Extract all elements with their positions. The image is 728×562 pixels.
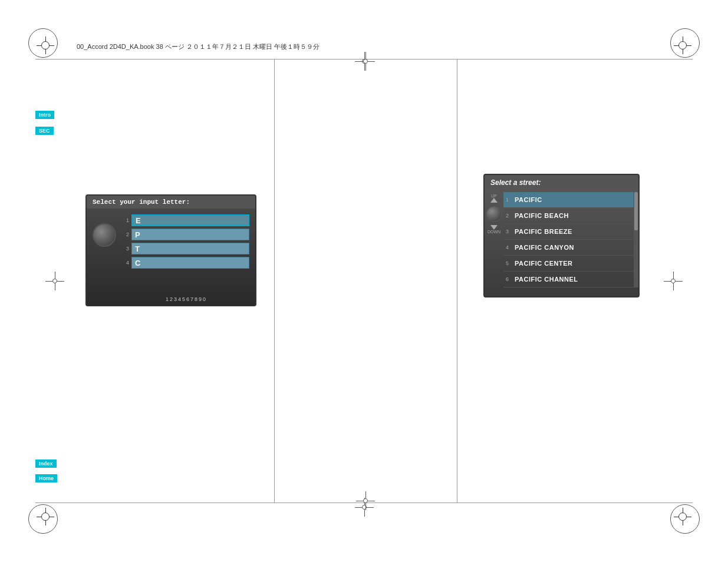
corner-crosshair-tl	[37, 37, 54, 54]
street-item-5[interactable]: 5 PACIFIC CENTER	[503, 256, 634, 272]
street-items-list: 1 PACIFIC 2 PACIFIC BEACH 3 PACIFIC BREE…	[503, 192, 634, 287]
input-knob[interactable]	[93, 223, 116, 247]
up-label: UP	[491, 194, 497, 198]
letter-row-3[interactable]: 3 T	[122, 243, 249, 254]
down-arrow-icon	[490, 225, 498, 230]
corner-crosshair-bl	[37, 508, 54, 525]
input-letter-screen: Select your input letter: 1 E 2 P 3	[85, 194, 256, 306]
corner-crosshair-tr	[674, 37, 691, 54]
tab-sec[interactable]: SEC	[35, 127, 54, 135]
up-button[interactable]: UP	[490, 194, 498, 203]
tab-home[interactable]: Home	[35, 474, 57, 482]
mid-bottom-cross-1	[361, 496, 370, 505]
street-item-1[interactable]: 1 PACIFIC	[503, 192, 634, 208]
letter-row-4[interactable]: 4 C	[122, 257, 249, 269]
street-item-3[interactable]: 3 PACIFIC BREEZE	[503, 224, 634, 240]
street-list-container: UP DOWN 1 PACIFIC 2 PACIFIC BEACH 3 PACI…	[485, 190, 638, 289]
street-item-2[interactable]: 2 PACIFIC BEACH	[503, 208, 634, 224]
mid-top-cross-2	[361, 57, 370, 66]
scrollbar-thumb	[634, 192, 638, 230]
corner-crosshair-br	[674, 508, 691, 525]
header-text: 00_Accord 2D4D_KA.book 38 ページ ２０１１年７月２１日…	[77, 42, 319, 51]
down-label: DOWN	[487, 230, 500, 234]
mid-right-cross	[668, 276, 678, 286]
letter-row-2[interactable]: 2 P	[122, 229, 249, 240]
tab-intro[interactable]: Intro	[35, 111, 54, 119]
letter-field-1[interactable]: E	[131, 214, 249, 226]
vertical-divider-right	[457, 59, 457, 503]
up-arrow-icon	[490, 198, 498, 203]
number-row: 1 2 3 4 5 6 7 8 9 0	[122, 296, 249, 302]
down-button[interactable]: DOWN	[487, 225, 500, 234]
vertical-divider-left	[274, 59, 275, 503]
letter-list: 1 E 2 P 3 T 4	[119, 211, 252, 274]
select-street-screen: Select a street: UP DOWN 1 PACIFIC 2 PAC…	[483, 174, 640, 297]
left-knob-area	[90, 211, 119, 274]
select-street-title: Select a street:	[485, 175, 638, 190]
letter-field-4[interactable]: C	[131, 257, 249, 269]
street-knob[interactable]	[486, 206, 502, 222]
street-controls: UP DOWN	[485, 192, 503, 287]
street-item-4[interactable]: 4 PACIFIC CANYON	[503, 240, 634, 256]
letter-field-3[interactable]: T	[131, 243, 249, 254]
input-letter-title: Select your input letter:	[87, 196, 255, 209]
letter-row-1[interactable]: 1 E	[122, 214, 249, 226]
street-item-6[interactable]: 6 PACIFIC CHANNEL	[503, 272, 634, 287]
letter-field-2[interactable]: P	[131, 229, 249, 240]
street-scrollbar[interactable]	[634, 192, 638, 287]
mid-left-cross	[50, 276, 60, 286]
tab-index[interactable]: Index	[35, 459, 57, 468]
